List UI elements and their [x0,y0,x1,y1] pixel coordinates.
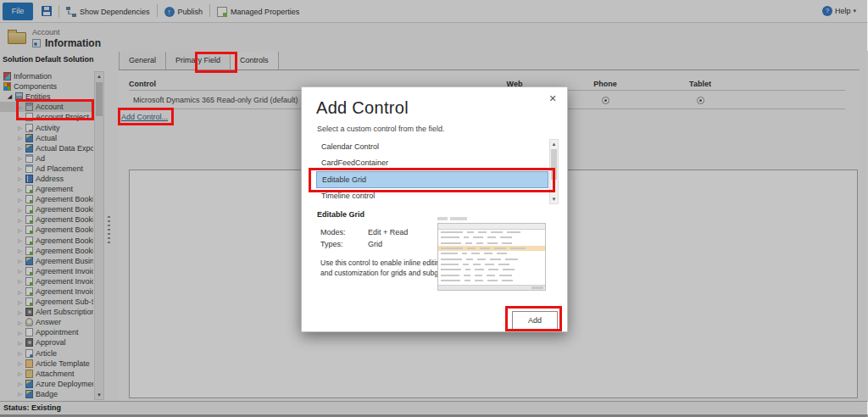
dialog-title: Add Control [316,98,409,118]
dialog-subtitle: Select a custom control from the field. [317,125,445,133]
modes-label: Modes: [320,228,346,236]
app-window: File Show DependenciesPublishManaged Pro… [0,0,868,417]
types-label: Types: [320,240,343,248]
scroll-down-icon[interactable]: ▼ [550,197,558,202]
option-cardfeedcontainer[interactable]: CardFeedContainer [316,155,548,171]
modes-value: Edit + Read [368,228,408,236]
control-detail-title: Editable Grid [317,210,364,219]
types-value: Grid [368,240,382,248]
scroll-thumb[interactable] [551,149,557,180]
control-list: Calendar ControlCardFeedContainerEditabl… [316,139,559,204]
option-calendar-control[interactable]: Calendar Control [316,139,548,155]
add-control-dialog: Add Control Select a custom control from… [301,86,568,332]
option-timeline-control[interactable]: Timeline control [316,188,548,204]
add-button[interactable]: Add [512,311,558,330]
control-description: Use this control to enable inline editin… [320,258,456,278]
option-editable-grid[interactable]: Editable Grid [316,171,548,187]
scroll-up-icon[interactable]: ▲ [550,142,558,147]
list-scrollbar[interactable]: ▲ ▼ [549,139,559,204]
editable-grid-preview [437,217,546,297]
close-icon[interactable] [547,92,559,104]
